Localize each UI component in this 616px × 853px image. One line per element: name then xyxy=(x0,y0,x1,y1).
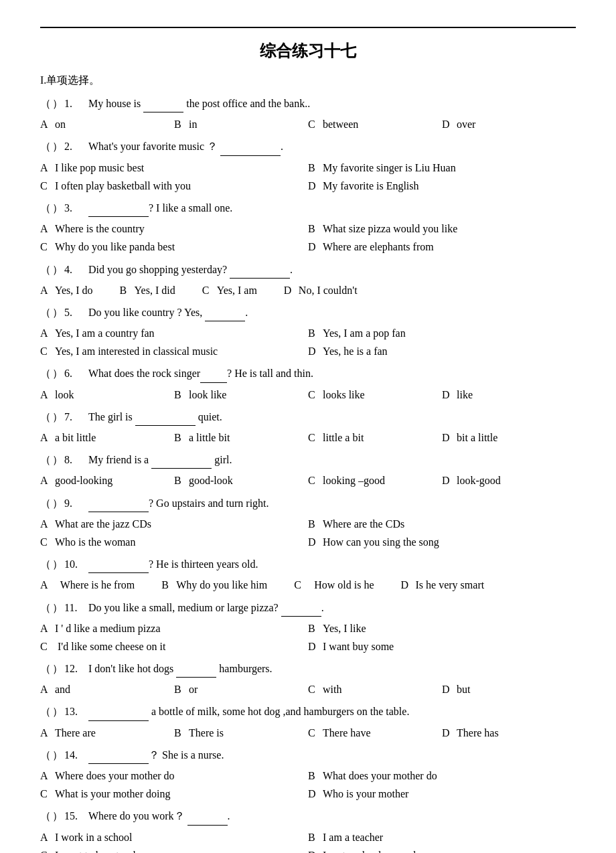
opt-10d: DIs he very smart xyxy=(401,576,485,594)
opt-4a: AYes, I do xyxy=(40,281,93,299)
opt-3d: DWhere are elephants from xyxy=(308,238,569,256)
question-row-5: （ ） 5. Do you like country ? Yes, . xyxy=(40,303,576,321)
question-row-6: （ ） 6. What does the rock singer? He is … xyxy=(40,364,576,382)
opt-4b: BYes, I did xyxy=(120,281,175,299)
opt-11d: DI want buy some xyxy=(308,637,569,655)
section-title: I.单项选择。 xyxy=(40,74,576,88)
opt-3a: AWhere is the country xyxy=(40,220,301,238)
opt-13b: BThere is xyxy=(174,724,301,742)
opt-14a: AWhere does your mother do xyxy=(40,767,301,785)
question-row-1: （ ） 1. My house is the post office and t… xyxy=(40,94,576,112)
opt-2b: BMy favorite singer is Liu Huan xyxy=(308,159,569,177)
opt-8d: Dlook-good xyxy=(442,471,569,489)
opt-12a: Aand xyxy=(40,680,167,698)
opt-15b: BI am a teacher xyxy=(308,828,569,846)
options-row-7: Aa bit little Ba little bit Clittle a bi… xyxy=(40,429,576,447)
question-row-10: （ ） 10. ? He is thirteen years old. xyxy=(40,555,576,573)
q-num-1: 1. xyxy=(64,94,88,112)
opt-14d: DWho is your mother xyxy=(308,785,569,803)
opt-13a: AThere are xyxy=(40,724,167,742)
options-row-5: AYes, I am a country fan BYes, I am a po… xyxy=(40,324,576,360)
opt-12d: Dbut xyxy=(442,680,569,698)
opt-14c: CWhat is your mother doing xyxy=(40,785,301,803)
opt-10c: C How old is he xyxy=(294,576,374,594)
opt-2c: CI often play basketball with you xyxy=(40,177,301,195)
page-title: 综合练习十七 xyxy=(40,27,576,62)
opt-13d: DThere has xyxy=(442,724,569,742)
options-row-9: AWhat are the jazz CDs BWhere are the CD… xyxy=(40,515,576,551)
opt-15a: AI work in a school xyxy=(40,828,301,846)
opt-13c: CThere have xyxy=(308,724,435,742)
opt-7c: Clittle a bit xyxy=(308,429,435,447)
options-row-6: Alook Blook like Clooks like Dlike xyxy=(40,386,576,404)
options-row-3: AWhere is the country BWhat size pizza w… xyxy=(40,220,576,256)
opt-8c: Clooking –good xyxy=(308,471,435,489)
opt-1d: Dover xyxy=(442,115,569,133)
opt-6d: Dlike xyxy=(442,386,569,404)
opt-3c: CWhy do you like panda best xyxy=(40,238,301,256)
opt-9c: CWho is the woman xyxy=(40,533,301,551)
opt-10b: BWhy do you like him xyxy=(161,576,267,594)
question-row-8: （ ） 8. My friend is a girl. xyxy=(40,451,576,469)
question-row-14: （ ） 14. ？ She is a nurse. xyxy=(40,746,576,764)
question-row-2: （ ） 2. What's your favorite music ？ . xyxy=(40,137,576,155)
options-row-13: AThere are BThere is CThere have DThere … xyxy=(40,724,576,742)
opt-10a: A Where is he from xyxy=(40,576,135,594)
opt-8a: Agood-looking xyxy=(40,471,167,489)
opt-9b: BWhere are the CDs xyxy=(308,515,569,533)
question-row-7: （ ） 7. The girl is quiet. xyxy=(40,408,576,426)
opt-7a: Aa bit little xyxy=(40,429,167,447)
opt-14b: BWhat does your mother do xyxy=(308,767,569,785)
options-row-8: Agood-looking Bgood-look Clooking –good … xyxy=(40,471,576,489)
opt-6b: Blook like xyxy=(174,386,301,404)
opt-1b: Bin xyxy=(174,115,301,133)
opt-15c: CI want to be a teacher xyxy=(40,846,301,853)
opt-5d: DYes, he is a fan xyxy=(308,342,569,360)
options-row-4: AYes, I do BYes, I did CYes, I am DNo, I… xyxy=(40,281,576,299)
opt-6c: Clooks like xyxy=(308,386,435,404)
question-row-9: （ ） 9. ? Go upstairs and turn right. xyxy=(40,494,576,512)
opt-12b: Bor xyxy=(174,680,301,698)
options-row-14: AWhere does your mother do BWhat does yo… xyxy=(40,767,576,803)
options-row-15: AI work in a school BI am a teacher CI w… xyxy=(40,828,576,853)
options-row-11: AI ' d like a medium pizza BYes, I like … xyxy=(40,619,576,655)
question-row-4: （ ） 4. Did you go shopping yesterday? . xyxy=(40,260,576,279)
opt-5a: AYes, I am a country fan xyxy=(40,324,301,342)
options-row-1: Aon Bin Cbetween Dover xyxy=(40,115,576,133)
opt-12c: Cwith xyxy=(308,680,435,698)
options-row-2: AI like pop music best BMy favorite sing… xyxy=(40,159,576,195)
question-row-13: （ ） 13. a bottle of milk, some hot dog ,… xyxy=(40,702,576,720)
opt-7d: Dbit a little xyxy=(442,429,569,447)
opt-3b: BWhat size pizza would you like xyxy=(308,220,569,238)
q-text-1: My house is the post office and the bank… xyxy=(88,94,576,112)
opt-2a: AI like pop music best xyxy=(40,159,301,177)
blank-1 xyxy=(143,102,183,112)
question-row-3: （ ） 3. ? I like a small one. xyxy=(40,199,576,217)
opt-9d: DHow can you sing the song xyxy=(308,533,569,551)
options-row-10: A Where is he from BWhy do you like him … xyxy=(40,576,576,594)
opt-5b: BYes, I am a pop fan xyxy=(308,324,569,342)
opt-11c: C I'd like some cheese on it xyxy=(40,637,301,655)
paren-1: （ xyxy=(40,94,52,112)
opt-6a: Alook xyxy=(40,386,167,404)
options-row-12: Aand Bor Cwith Dbut xyxy=(40,680,576,698)
opt-11a: AI ' d like a medium pizza xyxy=(40,619,301,637)
question-row-15: （ ） 15. Where do you work？ . xyxy=(40,807,576,825)
question-row-11: （ ） 11. Do you like a small, medium or l… xyxy=(40,599,576,617)
opt-1a: Aon xyxy=(40,115,167,133)
opt-7b: Ba little bit xyxy=(174,429,301,447)
opt-4d: DNo, I couldn't xyxy=(284,281,358,299)
opt-8b: Bgood-look xyxy=(174,471,301,489)
opt-2d: DMy favorite is English xyxy=(308,177,569,195)
opt-1c: Cbetween xyxy=(308,115,435,133)
opt-9a: AWhat are the jazz CDs xyxy=(40,515,301,533)
question-row-12: （ ） 12. I don't like hot dogs hamburgers… xyxy=(40,660,576,678)
opt-11b: BYes, I like xyxy=(308,619,569,637)
opt-4c: CYes, I am xyxy=(202,281,257,299)
opt-5c: CYes, I am interested in classical music xyxy=(40,342,301,360)
opt-15d: DI go to school every day xyxy=(308,846,569,853)
